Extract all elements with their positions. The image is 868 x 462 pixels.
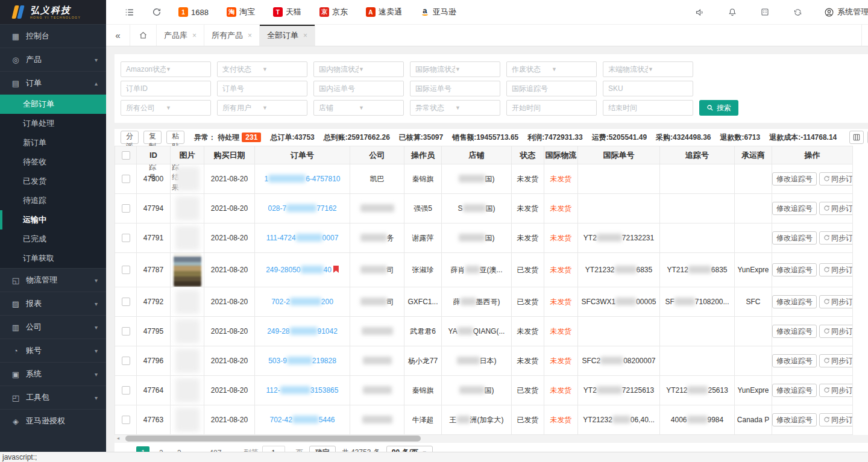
calculator-icon[interactable] xyxy=(759,6,771,18)
sync-accounts-icon[interactable] xyxy=(791,6,804,18)
toolbar-button-分派[interactable]: 分派 xyxy=(121,131,139,144)
sync-order-button[interactable]: 同步订单 xyxy=(819,263,853,276)
filter-input-订单ID[interactable] xyxy=(121,81,211,96)
sync-order-button[interactable]: 同步订单 xyxy=(819,354,853,367)
filter-input-field[interactable] xyxy=(415,84,495,93)
platform-link-京东[interactable]: 京京东 xyxy=(319,7,348,17)
page-size-select[interactable]: 90 条/页▼ xyxy=(386,446,433,452)
sync-order-button[interactable]: 同步订单 xyxy=(819,295,853,308)
edit-tracking-button[interactable]: 修改追踪号 xyxy=(772,263,817,276)
sidebar-item-控制台[interactable]: ▦控制台 xyxy=(0,24,106,48)
page-button-2[interactable]: 2 xyxy=(154,446,168,452)
sync-order-button[interactable]: 同步订单 xyxy=(819,172,853,186)
cell-order-number[interactable]: 503-9219828 xyxy=(255,346,350,376)
table-horizontal-scrollbar[interactable]: ◄ ► xyxy=(115,435,868,442)
sidebar-item-订单[interactable]: ▤订单▴ xyxy=(0,71,106,95)
filter-input-field[interactable] xyxy=(608,84,688,93)
sidebar-subitem-已发货[interactable]: 已发货 xyxy=(0,172,106,191)
row-checkbox[interactable] xyxy=(122,416,130,424)
sync-order-button[interactable]: 同步订单 xyxy=(819,202,853,215)
cell-order-number[interactable]: 16-4757810 xyxy=(255,164,350,194)
platform-link-亚马逊[interactable]: a亚马逊 xyxy=(420,7,456,17)
sidebar-item-工具包[interactable]: ◰工具包▾ xyxy=(0,386,106,409)
tab-close-icon[interactable]: × xyxy=(303,31,307,40)
filter-input-field[interactable] xyxy=(126,84,206,93)
edit-tracking-button[interactable]: 修改追踪号 xyxy=(772,172,817,186)
filter-input-国际追踪号[interactable] xyxy=(506,81,597,96)
row-checkbox[interactable] xyxy=(122,386,130,395)
tab-close-icon[interactable]: × xyxy=(192,31,197,40)
row-checkbox[interactable] xyxy=(122,266,130,274)
cell-order-number[interactable]: 702-425446 xyxy=(255,405,350,435)
tabs-scroll-left-icon[interactable]: « xyxy=(106,25,130,46)
filter-select-所有公司[interactable]: 所有公司▼ xyxy=(121,100,211,116)
goto-page-input[interactable] xyxy=(262,446,285,452)
row-checkbox[interactable] xyxy=(122,234,130,242)
scroll-left-icon[interactable]: ◄ xyxy=(115,435,122,442)
edit-tracking-button[interactable]: 修改追踪号 xyxy=(772,384,817,397)
refresh-icon[interactable] xyxy=(151,6,163,18)
tab-close-icon[interactable]: × xyxy=(248,31,252,40)
row-checkbox[interactable] xyxy=(122,298,130,306)
cell-order-number[interactable]: 028-777162 xyxy=(255,194,350,223)
sidebar-item-产品[interactable]: ◎产品▾ xyxy=(0,48,106,71)
sidebar-item-账号[interactable]: ◔账号▾ xyxy=(0,339,106,362)
sidebar-item-亚马逊授权[interactable]: ◈亚马逊授权 xyxy=(0,409,106,432)
filter-select-异常状态[interactable]: 异常状态▼ xyxy=(410,100,500,116)
row-checkbox[interactable] xyxy=(122,175,130,183)
brand-logo[interactable]: 弘义科技 HONG YI TECHNOLOGY xyxy=(0,0,106,24)
filter-input-SKU[interactable] xyxy=(603,81,693,96)
toolbar-button-复制追踪号[interactable]: 复制追踪号 xyxy=(143,131,162,144)
sidebar-subitem-新订单[interactable]: 新订单 xyxy=(0,133,106,152)
filter-select-Amazon状态[interactable]: Amazon状态▼ xyxy=(121,61,211,77)
filter-input-field[interactable] xyxy=(319,84,398,93)
sidebar-item-报表[interactable]: ▨报表▾ xyxy=(0,292,106,315)
platform-link-天猫[interactable]: T天猫 xyxy=(273,7,301,17)
sidebar-subitem-待追踪[interactable]: 待追踪 xyxy=(0,191,106,210)
sidebar-subitem-订单获取[interactable]: 订单获取 xyxy=(0,249,106,268)
speaker-icon[interactable] xyxy=(694,6,706,18)
edit-tracking-button[interactable]: 修改追踪号 xyxy=(772,325,817,338)
sync-order-button[interactable]: 同步订单 xyxy=(819,413,853,426)
filter-select-国内物流状态[interactable]: 国内物流状态▼ xyxy=(313,61,404,77)
row-checkbox[interactable] xyxy=(122,327,130,336)
filter-input-订单号[interactable] xyxy=(217,81,307,96)
sidebar-subitem-订单处理[interactable]: 订单处理 xyxy=(0,114,106,133)
filter-input-国内运单号[interactable] xyxy=(313,81,404,96)
page-button-487[interactable]: 487 xyxy=(209,446,222,452)
platform-link-淘宝[interactable]: 淘淘宝 xyxy=(227,7,255,17)
sidebar-item-物流管理[interactable]: ◱物流管理▾ xyxy=(0,268,106,292)
page-button-3[interactable]: 3 xyxy=(172,446,186,452)
edit-tracking-button[interactable]: 修改追踪号 xyxy=(772,202,817,215)
tab-产品库[interactable]: 产品库× xyxy=(157,25,204,46)
sidebar-item-公司[interactable]: ▥公司▾ xyxy=(0,315,106,339)
select-all-checkbox[interactable] xyxy=(122,151,130,160)
tab-全部订单[interactable]: 全部订单× xyxy=(260,25,315,46)
user-menu[interactable]: 系统管理员 xyxy=(824,7,868,17)
tab-所有产品[interactable]: 所有产品× xyxy=(204,25,260,46)
sidebar-subitem-运输中[interactable]: 运输中 xyxy=(0,210,106,229)
filter-input-field[interactable] xyxy=(512,104,591,112)
platform-link-速卖通[interactable]: A速卖通 xyxy=(366,7,402,17)
toolbar-button-粘贴追踪结果[interactable]: 粘贴追踪结果 xyxy=(166,131,184,144)
sync-order-button[interactable]: 同步订单 xyxy=(819,231,853,245)
sidebar-subitem-待签收[interactable]: 待签收 xyxy=(0,152,106,172)
filter-input-开始时间[interactable] xyxy=(506,100,597,116)
confirm-page-button[interactable]: 确定 xyxy=(309,446,336,452)
cell-order-number[interactable]: 112-3153865 xyxy=(255,376,350,405)
sidebar-subitem-已完成[interactable]: 已完成 xyxy=(0,229,106,249)
page-button-1[interactable]: 1 xyxy=(136,446,149,452)
cell-order-number[interactable]: 702-2200 xyxy=(255,287,350,317)
cell-order-number[interactable]: 249-2805040 xyxy=(255,253,350,287)
edit-tracking-button[interactable]: 修改追踪号 xyxy=(772,413,817,426)
filter-select-国际物流状态[interactable]: 国际物流状态▼ xyxy=(410,61,500,77)
columns-filter-icon[interactable] xyxy=(849,131,864,144)
filter-select-店铺[interactable]: 店铺▼ xyxy=(313,100,404,116)
platform-link-1688[interactable]: 11688 xyxy=(178,7,209,17)
filter-input-国际运单号[interactable] xyxy=(410,81,500,96)
search-button[interactable]: 搜索 xyxy=(699,100,738,116)
horizontal-scroll-thumb[interactable] xyxy=(125,435,421,442)
filter-input-field[interactable] xyxy=(512,84,591,93)
filter-select-所有用户[interactable]: 所有用户▼ xyxy=(217,100,307,116)
filter-input-field[interactable] xyxy=(608,104,688,112)
